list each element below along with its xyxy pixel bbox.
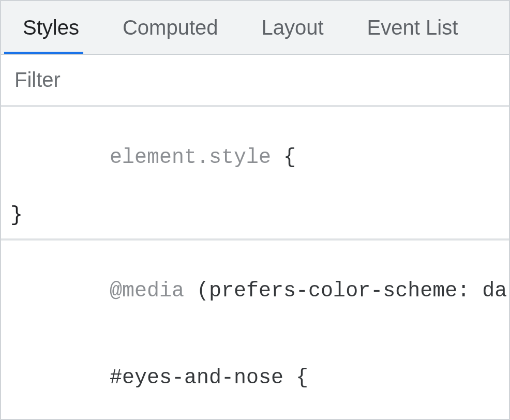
styles-panel: Styles Computed Layout Event List elemen… (0, 0, 510, 420)
selector-eyes-and-nose[interactable]: #eyes-and-nose (110, 366, 283, 389)
brace-open: { (283, 366, 308, 389)
tab-styles[interactable]: Styles (1, 1, 101, 54)
panel-tabbar: Styles Computed Layout Event List (1, 1, 509, 55)
media-space (184, 279, 197, 303)
rule-element-style[interactable]: element.style { } (1, 107, 509, 241)
tab-computed[interactable]: Computed (101, 1, 240, 54)
filter-bar (1, 55, 509, 107)
brace-close: } (10, 201, 500, 230)
media-condition: (prefers-color-scheme: dark) (197, 279, 509, 303)
filter-input[interactable] (7, 60, 503, 100)
tab-layout[interactable]: Layout (240, 1, 346, 54)
rules-list: element.style { } @media (prefers-color-… (1, 107, 509, 419)
selector-element-style[interactable]: element.style (110, 146, 271, 169)
tab-event-listeners[interactable]: Event List (346, 1, 480, 54)
brace-open: { (271, 146, 296, 169)
rule-media-dark-eyes[interactable]: @media (prefers-color-scheme: dark) #eye… (1, 241, 509, 419)
media-at: @media (110, 279, 184, 303)
